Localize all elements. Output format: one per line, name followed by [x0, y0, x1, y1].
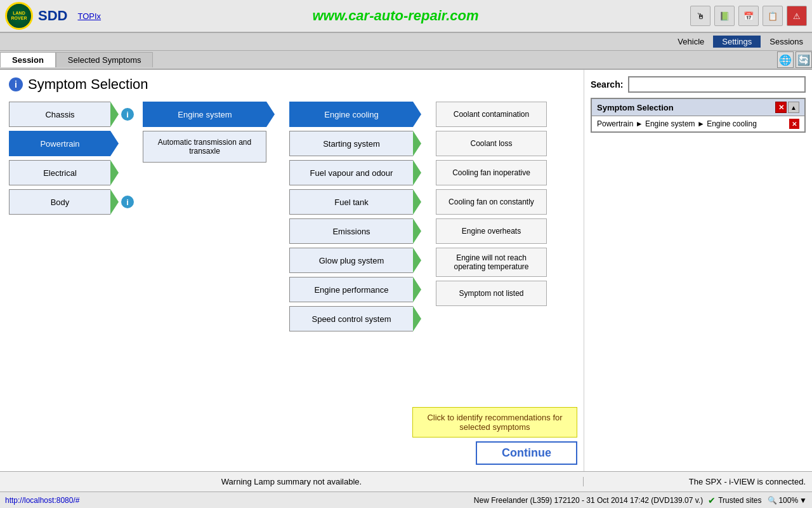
engine-cooling-arrow	[413, 102, 421, 127]
engine-system-btn[interactable]: Engine system	[143, 102, 266, 127]
zoom-area[interactable]: 🔍 100% ▼	[768, 496, 807, 505]
search-input[interactable]	[628, 76, 806, 93]
settings-nav[interactable]: Settings	[713, 36, 761, 48]
chassis-item[interactable]: Chassis	[9, 102, 119, 127]
auto-trans-item[interactable]: Automatic transmission and transaxle	[143, 131, 279, 163]
refresh-icon[interactable]: 🔄	[796, 51, 812, 68]
engine-no-temp-item[interactable]: Engine will not reach operating temperat…	[436, 248, 547, 277]
speed-control-arrow	[413, 306, 421, 331]
engine-overheats-item[interactable]: Engine overheats	[436, 218, 547, 244]
icon-3[interactable]: 📅	[738, 6, 759, 26]
continue-button[interactable]: Continue	[476, 441, 577, 465]
topix-link[interactable]: TOPIx	[77, 11, 101, 21]
fuel-tank-arrow	[413, 189, 421, 215]
ss-header-icons: ✕ ▲	[775, 102, 799, 113]
search-label: Search:	[591, 79, 623, 90]
top-icons: 🖱 📗 📅 📋 ⚠	[690, 6, 807, 26]
vehicle-nav[interactable]: Vehicle	[669, 36, 713, 48]
fuel-tank-item[interactable]: Fuel tank	[289, 189, 426, 215]
ss-breadcrumb-remove[interactable]: ✕	[789, 119, 799, 129]
auto-trans-btn[interactable]: Automatic transmission and transaxle	[143, 131, 266, 163]
logo-area: LANDROVER SDD TOPIx	[5, 2, 101, 30]
sdd-logo: SDD	[38, 8, 67, 24]
browserbar: http://localhost:8080/# New Freelander (…	[0, 491, 812, 508]
statusbar: Warning Lamp summary not available. The …	[0, 471, 812, 491]
starting-system-btn[interactable]: Starting system	[289, 131, 413, 156]
speed-control-item[interactable]: Speed control system	[289, 306, 426, 331]
coolant-contamination-item[interactable]: Coolant contamination	[436, 102, 547, 127]
page-title: Symptom Selection	[28, 76, 148, 93]
ss-close-btn[interactable]: ✕	[775, 102, 787, 113]
browser-url: http://localhost:8080/#	[5, 496, 469, 505]
trusted-sites: ✔ Trusted sites	[708, 495, 761, 505]
fuel-vapour-arrow	[413, 160, 421, 185]
engine-system-item[interactable]: Engine system	[143, 102, 279, 127]
sessions-nav[interactable]: Sessions	[761, 36, 812, 48]
engine-performance-btn[interactable]: Engine performance	[289, 277, 413, 302]
page-info-icon[interactable]: i	[9, 77, 23, 91]
engine-cooling-btn[interactable]: Engine cooling	[289, 102, 413, 127]
glow-plug-btn[interactable]: Glow plug system	[289, 248, 413, 273]
engine-system-arrow	[266, 102, 275, 127]
starting-system-arrow	[413, 131, 421, 156]
glow-plug-arrow	[413, 248, 421, 273]
body-info-icon[interactable]: i	[121, 196, 134, 208]
symptom-selection-header: Symptom Selection ✕ ▲	[592, 99, 804, 116]
powertrain-arrow	[110, 131, 119, 156]
fuel-vapour-btn[interactable]: Fuel vapour and odour	[289, 160, 413, 185]
right-panel: Search: Symptom Selection ✕ ▲ Powertrain…	[584, 70, 812, 471]
engine-cooling-item[interactable]: Engine cooling	[289, 102, 426, 127]
cooling-fan-constant-item[interactable]: Cooling fan on constantly	[436, 189, 547, 215]
icon-4[interactable]: 📋	[763, 6, 783, 26]
electrical-item[interactable]: Electrical	[9, 160, 133, 185]
landrover-logo: LANDROVER	[5, 2, 33, 30]
chassis-arrow	[110, 102, 119, 127]
symptom-not-listed-item[interactable]: Symptom not listed	[436, 281, 547, 306]
starting-system-item[interactable]: Starting system	[289, 131, 426, 156]
electrical-btn[interactable]: Electrical	[9, 160, 110, 185]
warning-status: Warning Lamp summary not available.	[0, 477, 584, 486]
browser-right: ✔ Trusted sites 🔍 100% ▼	[708, 495, 807, 505]
icon-1[interactable]: 🖱	[690, 6, 710, 26]
chassis-info-icon[interactable]: i	[121, 108, 134, 121]
electrical-arrow	[110, 160, 119, 185]
speed-control-btn[interactable]: Speed control system	[289, 306, 413, 331]
coolant-loss-item[interactable]: Coolant loss	[436, 131, 547, 156]
body-btn[interactable]: Body	[9, 189, 110, 215]
fuel-tank-btn[interactable]: Fuel tank	[289, 189, 413, 215]
body-item[interactable]: Body	[9, 189, 119, 215]
powertrain-item[interactable]: Powertrain	[9, 131, 133, 156]
engine-performance-arrow	[413, 277, 421, 302]
engine-performance-item[interactable]: Engine performance	[289, 277, 426, 302]
spx-status: The SPX - i-VIEW is connected.	[584, 477, 812, 486]
session-tab[interactable]: Session	[0, 52, 56, 67]
ss-breadcrumb: Powertrain ► Engine system ► Engine cool…	[592, 116, 804, 131]
emissions-item[interactable]: Emissions	[289, 218, 426, 244]
website-banner: www.car-auto-repair.com	[101, 8, 690, 24]
cooling-fan-inoperative-item[interactable]: Cooling fan inoperative	[436, 160, 547, 185]
symptom-selection-panel: Symptom Selection ✕ ▲ Powertrain ► Engin…	[591, 98, 806, 133]
body-arrow	[110, 189, 119, 215]
chassis-btn[interactable]: Chassis	[9, 102, 110, 127]
emissions-btn[interactable]: Emissions	[289, 218, 413, 244]
search-row: Search:	[591, 76, 806, 93]
glow-plug-item[interactable]: Glow plug system	[289, 248, 426, 273]
icon-5[interactable]: ⚠	[787, 6, 807, 26]
emissions-arrow	[413, 218, 421, 244]
icon-2[interactable]: 📗	[714, 6, 735, 26]
ss-up-btn[interactable]: ▲	[788, 102, 799, 113]
fuel-vapour-item[interactable]: Fuel vapour and odour	[289, 160, 426, 185]
vehicle-info: New Freelander (L359) 172120 - 31 Oct 20…	[474, 496, 703, 505]
selected-symptoms-tab[interactable]: Selected Symptoms	[56, 52, 154, 67]
tooltip-box: Click to identify recommendations for se…	[412, 407, 577, 438]
powertrain-btn[interactable]: Powertrain	[9, 131, 110, 156]
page-title-row: i Symptom Selection	[9, 76, 575, 93]
globe-icon[interactable]: 🌐	[777, 51, 794, 68]
